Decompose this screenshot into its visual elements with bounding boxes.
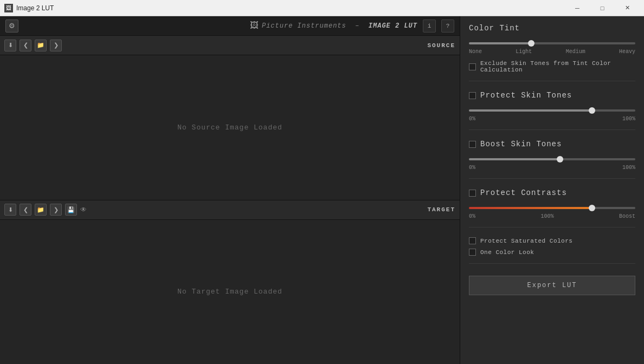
- target-toolbar: ⬇ ❮ 📁 ❯ 💾 👁 TARGET: [0, 200, 460, 220]
- boost-skin-tones-slider[interactable]: [469, 158, 635, 160]
- boost-skin-tones-header: Boost Skin Tones: [469, 140, 635, 148]
- boost-skin-right-label: 100%: [622, 165, 635, 171]
- protect-skin-tones-labels: 0% 100%: [469, 116, 635, 122]
- protect-contrasts-slider-wrap: [469, 202, 635, 211]
- source-next-button[interactable]: ❯: [50, 40, 62, 51]
- target-next-button[interactable]: ❯: [50, 204, 62, 216]
- right-panel: Color Tint None Light Medium Heavy Exclu…: [460, 16, 644, 364]
- info-button[interactable]: i: [423, 20, 436, 32]
- protect-skin-right-label: 100%: [622, 116, 635, 122]
- target-folder-button[interactable]: 📁: [35, 204, 47, 216]
- boost-skin-tones-slider-wrap: [469, 153, 635, 162]
- logo-icon: 🖼: [250, 21, 259, 31]
- target-image-area: No Target Image Loaded: [0, 220, 460, 365]
- app-header: ⚙ 🖼 Picture Instruments – IMAGE 2 LUT i …: [0, 16, 460, 36]
- target-save-button[interactable]: 💾: [65, 204, 77, 216]
- boost-skin-tones-checkbox[interactable]: [469, 141, 476, 148]
- color-tint-slider-wrap: [469, 37, 635, 47]
- source-download-button[interactable]: ⬇: [4, 40, 16, 51]
- protect-skin-tones-slider-wrap: [469, 104, 635, 114]
- protect-skin-tones-header: Protect Skin Tones: [469, 91, 635, 100]
- protect-contrasts-left-label: 0%: [469, 213, 475, 219]
- protect-contrasts-slider[interactable]: [469, 207, 635, 209]
- source-panel: ⬇ ❮ 📁 ❯ SOURCE No Source Image Loaded: [0, 36, 460, 200]
- logo-text: Picture Instruments – IMAGE 2 LUT: [262, 22, 417, 30]
- protect-skin-left-label: 0%: [469, 116, 475, 122]
- export-lut-section: Export LUT: [469, 274, 635, 295]
- protect-skin-tones-section: Protect Skin Tones 0% 100%: [469, 91, 635, 130]
- boost-skin-tones-labels: 0% 100%: [469, 165, 635, 171]
- protect-skin-tones-slider[interactable]: [469, 109, 635, 112]
- app-body: ⚙ 🖼 Picture Instruments – IMAGE 2 LUT i …: [0, 16, 644, 364]
- protect-skin-tones-title: Protect Skin Tones: [480, 91, 572, 100]
- protect-contrasts-mid-label: 100%: [540, 213, 553, 219]
- source-no-image-text: No Source Image Loaded: [177, 123, 282, 132]
- protect-saturated-label: Protect Saturated Colors: [480, 238, 572, 244]
- gear-icon: ⚙: [9, 22, 15, 30]
- tint-label-heavy: Heavy: [619, 49, 635, 55]
- source-label: SOURCE: [427, 42, 455, 49]
- window-title: Image 2 LUT: [16, 4, 565, 12]
- logo-area: 🖼 Picture Instruments – IMAGE 2 LUT i ?: [250, 20, 454, 32]
- help-button[interactable]: ?: [441, 20, 454, 32]
- protect-saturated-checkbox[interactable]: [469, 237, 476, 244]
- tint-label-none: None: [469, 49, 482, 55]
- target-no-image-text: No Target Image Loaded: [177, 288, 282, 296]
- eye-icon: 👁: [80, 206, 87, 213]
- color-tint-labels: None Light Medium Heavy: [469, 49, 635, 55]
- window-controls: ─ □ ✕: [565, 0, 640, 16]
- minimize-button[interactable]: ─: [565, 0, 590, 16]
- color-tint-slider[interactable]: [469, 42, 635, 44]
- protect-contrasts-checkbox[interactable]: [469, 190, 476, 197]
- source-prev-button[interactable]: ❮: [20, 40, 31, 51]
- one-color-look-checkbox[interactable]: [469, 249, 476, 256]
- boost-skin-left-label: 0%: [469, 165, 475, 171]
- target-prev-button[interactable]: ❮: [20, 204, 31, 216]
- export-lut-button[interactable]: Export LUT: [469, 276, 635, 295]
- one-color-look-label: One Color Look: [480, 249, 534, 256]
- close-button[interactable]: ✕: [615, 0, 640, 16]
- one-color-look-row: One Color Look: [469, 249, 635, 256]
- boost-skin-tones-title: Boost Skin Tones: [480, 140, 562, 148]
- left-content: ⚙ 🖼 Picture Instruments – IMAGE 2 LUT i …: [0, 16, 460, 364]
- exclude-skin-tones-label: Exclude Skin Tones from Tint Color Calcu…: [480, 60, 635, 73]
- protect-saturated-row: Protect Saturated Colors: [469, 237, 635, 244]
- target-download-button[interactable]: ⬇: [4, 204, 16, 216]
- protect-contrasts-right-label: Boost: [619, 213, 635, 219]
- exclude-skin-tones-checkbox[interactable]: [469, 63, 476, 70]
- source-toolbar: ⬇ ❮ 📁 ❯ SOURCE: [0, 36, 460, 55]
- source-folder-button[interactable]: 📁: [35, 40, 47, 51]
- settings-button[interactable]: ⚙: [5, 20, 18, 32]
- tint-label-light: Light: [516, 49, 532, 55]
- boost-skin-tones-section: Boost Skin Tones 0% 100%: [469, 140, 635, 179]
- title-bar: 🖼 Image 2 LUT ─ □ ✕: [0, 0, 644, 16]
- protect-contrasts-title: Protect Contrasts: [480, 188, 567, 197]
- exclude-skin-tones-row: Exclude Skin Tones from Tint Color Calcu…: [469, 60, 635, 73]
- source-image-area: No Source Image Loaded: [0, 55, 460, 200]
- color-tint-section: Color Tint None Light Medium Heavy Exclu…: [469, 24, 635, 81]
- app-icon: 🖼: [4, 4, 13, 12]
- protect-contrasts-labels: 0% 100% Boost: [469, 213, 635, 219]
- tint-label-medium: Medium: [566, 49, 585, 55]
- target-label: TARGET: [427, 206, 455, 213]
- protect-skin-tones-checkbox[interactable]: [469, 92, 476, 99]
- protect-contrasts-section: Protect Contrasts 0% 100% Boost: [469, 188, 635, 227]
- protect-contrasts-header: Protect Contrasts: [469, 188, 635, 197]
- color-tint-title: Color Tint: [469, 24, 635, 32]
- maximize-button[interactable]: □: [590, 0, 615, 16]
- target-panel: ⬇ ❮ 📁 ❯ 💾 👁 TARGET No Target Image Loade…: [0, 200, 460, 365]
- saturated-colors-section: Protect Saturated Colors One Color Look: [469, 237, 635, 264]
